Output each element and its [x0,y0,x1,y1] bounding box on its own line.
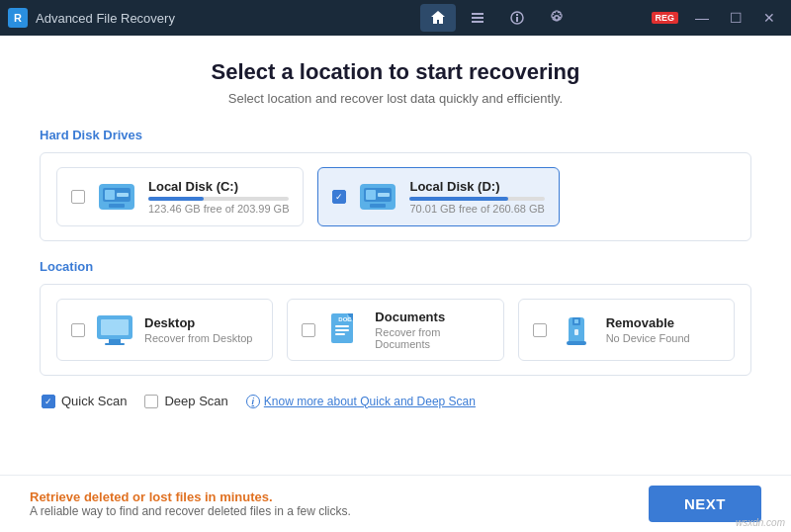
location-removable[interactable]: Removable No Device Found [518,299,735,361]
info-icon: i [246,395,260,408]
content-area: Select a location to start recovering Se… [0,36,791,475]
deep-scan-checkbox[interactable] [144,395,158,408]
titlebar-controls: REG — ☐ ✕ [652,7,784,29]
drive-d-bar-fill [409,197,508,201]
hard-disk-label: Hard Disk Drives [40,128,751,142]
svg-rect-25 [335,325,349,327]
svg-rect-12 [109,204,125,208]
drive-d[interactable]: ✓ Local Disk (D:) 70.01 GB free of 26 [317,167,559,226]
quick-scan-label: Quick Scan [61,394,127,408]
watermark: wsxdn.com [736,517,785,528]
svg-rect-2 [472,13,483,15]
quick-scan-checkbox[interactable]: ✓ [42,395,55,408]
scan-link-label: Know more about Quick and Deep Scan [264,395,476,408]
svg-rect-32 [567,341,586,345]
svg-rect-10 [105,190,115,200]
documents-icon: DOC [325,311,365,349]
svg-rect-15 [366,190,376,200]
app-title: Advanced File Recovery [36,11,343,26]
svg-rect-31 [574,319,578,323]
bottom-promo: Retrieve deleted or lost files in minute… [30,489,351,518]
location-row: Desktop Recover from Desktop DOC [56,299,735,361]
location-label: Location [40,259,751,274]
drive-d-name: Local Disk (D:) [409,179,544,194]
nav-info[interactable] [499,4,535,32]
location-section: Desktop Recover from Desktop DOC [40,284,751,376]
drive-c-bar-fill [148,197,204,201]
maximize-button[interactable]: ☐ [722,7,749,29]
bottom-bar: Retrieve deleted or lost files in minute… [0,475,791,532]
documents-checkbox[interactable] [302,323,315,337]
desktop-checkbox[interactable] [71,323,85,337]
drives-section: Local Disk (C:) 123.46 GB free of 203.99… [40,152,751,241]
drive-d-info: Local Disk (D:) 70.01 GB free of 260.68 … [409,179,544,215]
titlebar-nav [343,4,651,32]
drive-d-bar [409,197,544,201]
main-content: Select a location to start recovering Se… [0,36,791,532]
deep-scan-option[interactable]: Deep Scan [144,394,227,408]
svg-rect-27 [335,333,345,335]
drive-c-info: Local Disk (C:) 123.46 GB free of 203.99… [148,179,289,215]
reg-badge: REG [652,12,679,24]
documents-sub: Recover from Documents [375,326,488,350]
drive-c-space: 123.46 GB free of 203.99 GB [148,203,289,215]
svg-rect-17 [370,204,386,208]
scan-link[interactable]: i Know more about Quick and Deep Scan [246,395,476,408]
removable-info: Removable No Device Found [606,315,690,344]
removable-name: Removable [606,315,690,330]
drive-c-checkbox[interactable] [71,190,85,204]
drive-c-bar [148,197,289,201]
desktop-sub: Recover from Desktop [144,332,252,344]
desktop-name: Desktop [144,315,252,330]
svg-rect-3 [472,17,483,19]
app-logo: R [8,8,28,28]
drive-d-icon [356,178,399,216]
promo-line1: Retrieve deleted or lost files in minute… [30,489,351,504]
svg-rect-21 [105,343,125,345]
svg-text:R: R [14,12,22,24]
nav-list[interactable] [460,4,495,32]
location-desktop[interactable]: Desktop Recover from Desktop [56,299,273,361]
svg-rect-33 [574,329,578,335]
quick-scan-option[interactable]: ✓ Quick Scan [42,394,127,408]
removable-sub: No Device Found [606,332,690,344]
page-subtitle: Select location and recover lost data qu… [40,91,751,106]
drive-c[interactable]: Local Disk (C:) 123.46 GB free of 203.99… [56,167,304,226]
svg-rect-11 [117,193,129,197]
svg-rect-7 [516,14,518,16]
svg-text:DOC: DOC [339,316,353,322]
desktop-icon [95,311,134,349]
minimize-button[interactable]: — [688,7,716,29]
removable-icon [557,311,596,349]
removable-checkbox[interactable] [533,323,547,337]
desktop-info: Desktop Recover from Desktop [144,315,252,344]
svg-rect-16 [378,193,390,197]
scan-options: ✓ Quick Scan Deep Scan i Know more about… [40,390,751,412]
svg-rect-26 [335,329,349,331]
page-title: Select a location to start recovering [40,59,751,85]
drive-c-name: Local Disk (C:) [148,179,289,194]
titlebar: R Advanced File Recovery REG — ☐ ✕ [0,0,791,36]
documents-info: Documents Recover from Documents [375,310,488,350]
drive-d-space: 70.01 GB free of 260.68 GB [409,203,544,215]
drive-c-icon [95,178,138,216]
documents-name: Documents [375,310,488,324]
svg-rect-6 [516,17,518,22]
nav-home[interactable] [420,4,456,32]
promo-line2: A reliable way to find and recover delet… [30,504,351,518]
location-documents[interactable]: DOC Documents Recover from Documents [287,299,503,361]
nav-settings[interactable] [539,4,574,32]
deep-scan-label: Deep Scan [164,394,227,408]
close-button[interactable]: ✕ [755,7,783,29]
drives-row: Local Disk (C:) 123.46 GB free of 203.99… [56,167,735,226]
drive-d-checkbox[interactable]: ✓ [332,190,346,204]
svg-rect-4 [472,21,483,23]
svg-rect-19 [101,319,129,335]
svg-rect-20 [109,339,121,343]
